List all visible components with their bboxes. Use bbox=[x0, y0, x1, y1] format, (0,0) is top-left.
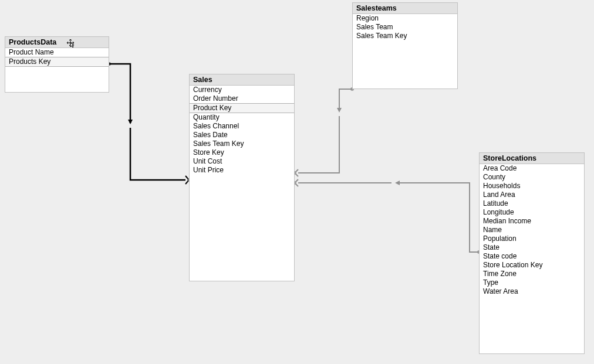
field-item[interactable]: Products Key bbox=[5, 57, 109, 67]
field-item[interactable]: State bbox=[480, 243, 584, 252]
field-list: Product Name Products Key bbox=[5, 48, 109, 68]
field-item[interactable]: Region bbox=[353, 14, 457, 23]
field-item[interactable]: Sales Channel bbox=[190, 122, 294, 131]
field-item[interactable]: Store Key bbox=[190, 148, 294, 157]
field-item[interactable]: Area Code bbox=[480, 164, 584, 173]
table-productsdata[interactable]: ProductsData Product Name Products Key bbox=[5, 36, 109, 93]
field-item[interactable]: Median Income bbox=[480, 217, 584, 226]
field-item[interactable]: Sales Team Key bbox=[353, 32, 457, 40]
table-title[interactable]: Sales bbox=[190, 74, 294, 86]
field-item[interactable]: Store Location Key bbox=[480, 261, 584, 270]
field-item[interactable]: Unit Cost bbox=[190, 157, 294, 166]
field-item[interactable]: Sales Team Key bbox=[190, 140, 294, 148]
field-item[interactable]: Product Key bbox=[190, 103, 294, 113]
field-item[interactable]: Water Area bbox=[480, 287, 584, 296]
field-item[interactable]: Time Zone bbox=[480, 270, 584, 278]
table-title[interactable]: StoreLocations bbox=[480, 153, 584, 164]
field-list: Currency Order Number Product Key Quanti… bbox=[190, 86, 294, 176]
field-item[interactable]: Latitude bbox=[480, 199, 584, 208]
table-title[interactable]: ProductsData bbox=[5, 37, 109, 48]
field-item[interactable]: Population bbox=[480, 234, 584, 243]
table-title[interactable]: Salesteams bbox=[353, 3, 457, 14]
table-sales[interactable]: Sales Currency Order Number Product Key … bbox=[189, 74, 295, 281]
field-list: Area Code County Households Land Area La… bbox=[480, 164, 584, 297]
table-salesteams[interactable]: Salesteams Region Sales Team Sales Team … bbox=[352, 2, 458, 89]
field-item[interactable]: Sales Date bbox=[190, 131, 294, 140]
field-item[interactable]: Order Number bbox=[190, 94, 294, 103]
field-item[interactable]: Land Area bbox=[480, 190, 584, 199]
field-list: Region Sales Team Sales Team Key bbox=[353, 14, 457, 42]
field-item[interactable]: Product Name bbox=[5, 48, 109, 57]
field-item[interactable]: State code bbox=[480, 252, 584, 261]
field-item[interactable]: Currency bbox=[190, 86, 294, 94]
field-item[interactable]: Unit Price bbox=[190, 166, 294, 175]
field-item[interactable]: Quantity bbox=[190, 113, 294, 122]
field-item[interactable]: Name bbox=[480, 226, 584, 234]
field-item[interactable]: Households bbox=[480, 182, 584, 190]
table-storelocations[interactable]: StoreLocations Area Code County Househol… bbox=[479, 152, 585, 354]
field-item[interactable]: Type bbox=[480, 278, 584, 287]
field-item[interactable]: Longitude bbox=[480, 208, 584, 217]
field-item[interactable]: County bbox=[480, 173, 584, 182]
field-item[interactable]: Sales Team bbox=[353, 23, 457, 32]
